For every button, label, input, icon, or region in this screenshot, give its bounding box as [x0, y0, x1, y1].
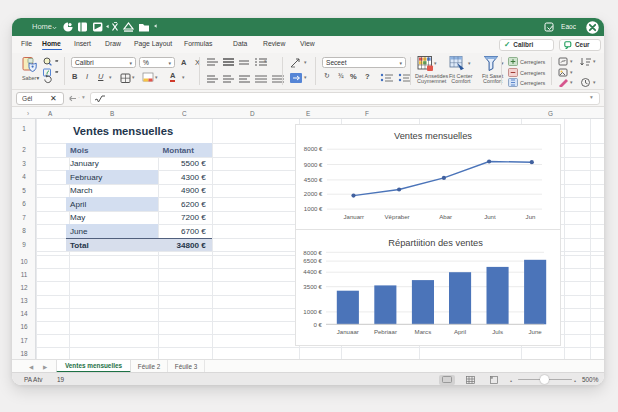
svg-text:9000 €: 9000 €	[304, 160, 323, 167]
svg-text:Januaar: Januaar	[337, 328, 359, 335]
svg-text:Ventes mensuelles: Ventes mensuelles	[394, 131, 472, 141]
svg-text:Abar: Abar	[439, 212, 452, 219]
svg-text:1000 €: 1000 €	[304, 205, 323, 212]
svg-text:6500 €: 6500 €	[303, 257, 322, 264]
svg-text:Marcs: Marcs	[415, 328, 432, 335]
svg-text:8000 €: 8000 €	[304, 145, 323, 152]
svg-text:3500 €: 3500 €	[303, 282, 322, 289]
svg-text:Jun: Jun	[526, 212, 536, 219]
svg-text:Junt: Junt	[484, 212, 496, 219]
svg-text:Vêpraber: Vêpraber	[385, 212, 410, 219]
svg-text:2000 €: 2000 €	[304, 190, 323, 197]
svg-text:1000 €: 1000 €	[303, 308, 322, 315]
svg-text:April: April	[454, 328, 466, 335]
svg-text:Pebriaar: Pebriaar	[374, 328, 397, 335]
svg-text:Juls: Juls	[492, 328, 503, 335]
svg-text:4400 €: 4400 €	[303, 268, 322, 275]
svg-text:8000 €: 8000 €	[303, 248, 322, 255]
svg-text:Januarr: Januarr	[343, 212, 364, 219]
svg-text:June: June	[528, 328, 542, 335]
svg-text:Répartiition des ventes: Répartiition des ventes	[388, 238, 483, 248]
svg-text:4500 €: 4500 €	[304, 175, 323, 182]
svg-text:0 €: 0 €	[314, 320, 323, 327]
